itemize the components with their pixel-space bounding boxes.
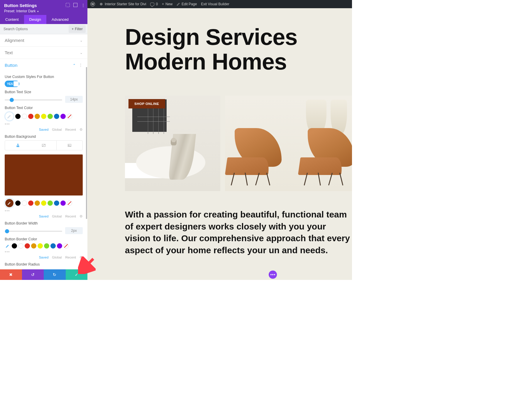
swatch-orange[interactable] (35, 200, 40, 206)
slider-text-size[interactable] (5, 99, 62, 101)
accordion-button: Button ⌃ ⋮ Use Custom Styles For Button … (0, 59, 87, 269)
shop-online-button[interactable]: SHOP ONLINE (128, 99, 165, 108)
more-swatches-icon[interactable]: ••• (5, 208, 83, 213)
toggle-knob (13, 81, 19, 86)
snap-icon[interactable] (73, 3, 77, 7)
swatch-orange[interactable] (31, 243, 36, 249)
swatch-red[interactable] (28, 114, 33, 119)
slider-thumb[interactable] (5, 229, 9, 233)
page-content: Design Services Modern Homes SHOP ONLINE… (87, 8, 352, 256)
dots-icon (272, 274, 273, 275)
tab-content[interactable]: Content (0, 15, 24, 24)
accordion-head-text[interactable]: Text ⌄ (0, 47, 87, 59)
swatch-green[interactable] (48, 114, 53, 119)
swatch-blue[interactable] (50, 243, 56, 249)
undo-button[interactable]: ↺ (22, 269, 44, 280)
bg-tab-color[interactable] (5, 141, 31, 150)
caret-down-icon: ▾ (37, 10, 39, 13)
plus-icon: + (72, 27, 74, 31)
field-text-color: Button Text Color (5, 106, 83, 132)
options-scroll[interactable]: Alignment ⌄ Text ⌄ Button ⌃ ⋮ Use Custom… (0, 34, 87, 269)
color-meta-row: Saved Global Recent ⚙ (5, 127, 83, 132)
gear-icon[interactable]: ⚙ (79, 214, 83, 218)
kebab-menu-icon[interactable]: ⋮ (81, 3, 85, 7)
swatch-red[interactable] (28, 200, 33, 206)
slider-border-width[interactable] (5, 231, 62, 232)
swatch-yellow[interactable] (41, 114, 46, 119)
field-text-size: Button Text Size 14px (5, 90, 83, 103)
swatch-black[interactable] (12, 243, 17, 249)
plus-icon: + (162, 2, 164, 6)
wp-site-link[interactable]: Interior Starter Site for Divi (99, 2, 146, 6)
toggle-custom-styles[interactable]: YES (5, 81, 19, 87)
tab-advanced[interactable]: Advanced (46, 15, 74, 24)
more-swatches-icon[interactable]: ••• (5, 122, 83, 126)
wp-exit-builder[interactable]: Exit Visual Builder (201, 2, 229, 6)
responsive-icon[interactable] (66, 3, 70, 7)
search-row: + Filter (0, 24, 87, 34)
accordion-body-button: Use Custom Styles For Button YES Button … (0, 71, 87, 269)
chevron-down-icon: ⌄ (80, 38, 83, 42)
accordion-head-alignment[interactable]: Alignment ⌄ (0, 34, 87, 46)
gallery-image-2 (225, 96, 352, 191)
kebab-menu-icon[interactable]: ⋮ (79, 63, 83, 67)
field-border-width: Button Border Width 2px (5, 221, 83, 234)
accordion-head-button[interactable]: Button ⌃ ⋮ (0, 59, 87, 71)
swatch-green[interactable] (48, 200, 53, 206)
settings-tabs: Content Design Advanced (0, 15, 87, 24)
swatch-transparent[interactable] (63, 243, 69, 249)
chevron-down-icon: ⌄ (80, 51, 83, 55)
swatch-white[interactable] (22, 200, 27, 206)
swatch-yellow[interactable] (41, 200, 46, 206)
field-background: Button Background (5, 135, 83, 218)
gear-icon[interactable]: ⚙ (79, 255, 83, 259)
swatch-purple[interactable] (60, 114, 66, 119)
hero-heading: Design Services Modern Homes (125, 25, 352, 74)
more-swatches-icon[interactable]: ••• (5, 249, 83, 254)
swatch-orange[interactable] (35, 114, 40, 119)
bg-tab-gradient[interactable] (31, 141, 57, 150)
slider-thumb[interactable] (10, 98, 14, 102)
swatch-purple[interactable] (60, 200, 66, 206)
save-button[interactable]: ✓ (66, 269, 88, 280)
field-border-radius: Button Border Radius (5, 262, 83, 266)
wp-edit-page[interactable]: Edit Page (177, 2, 197, 6)
wp-comments[interactable]: 0 (150, 2, 158, 6)
swatch-red[interactable] (25, 243, 30, 249)
border-width-value[interactable]: 2px (65, 227, 83, 234)
search-input[interactable] (0, 24, 67, 34)
color-meta-row: Saved Global Recent ⚙ (5, 255, 83, 259)
wp-admin-bar: W Interior Starter Site for Divi 0 + New… (87, 0, 352, 8)
swatch-black[interactable] (15, 114, 21, 119)
swatch-white[interactable] (22, 114, 27, 119)
color-meta-row: Saved Global Recent ⚙ (5, 214, 83, 218)
swatch-yellow[interactable] (38, 243, 43, 249)
swatch-purple[interactable] (57, 243, 62, 249)
cancel-button[interactable]: ✖ (0, 269, 22, 280)
eyedropper-icon[interactable] (5, 243, 11, 249)
image-gallery: SHOP ONLINE (125, 96, 352, 191)
swatch-blue[interactable] (54, 114, 59, 119)
text-size-value[interactable]: 14px (65, 96, 83, 103)
swatch-black[interactable] (15, 200, 21, 206)
redo-button[interactable]: ↻ (44, 269, 66, 280)
comment-icon (150, 3, 154, 6)
current-color-text[interactable] (5, 112, 14, 121)
wp-logo-icon[interactable]: W (90, 2, 95, 6)
bg-color-preview[interactable] (5, 154, 83, 195)
panel-preset[interactable]: Preset: Interior Dark ▾ (4, 9, 83, 13)
swatch-transparent[interactable] (67, 114, 72, 119)
divi-fab-button[interactable] (269, 271, 277, 279)
gear-icon[interactable]: ⚙ (79, 127, 83, 132)
swatch-green[interactable] (44, 243, 49, 249)
bg-tab-image[interactable] (57, 141, 82, 150)
swatch-white[interactable] (18, 243, 23, 249)
tab-design[interactable]: Design (24, 15, 46, 24)
wp-new[interactable]: + New (162, 2, 172, 6)
swatch-blue[interactable] (54, 200, 59, 206)
current-color-bg[interactable] (5, 198, 14, 208)
svg-point-5 (101, 4, 101, 4)
swatch-transparent[interactable] (67, 200, 72, 206)
panel-header: Button Settings Preset: Interior Dark ▾ … (0, 0, 87, 15)
filter-button[interactable]: + Filter (69, 25, 86, 33)
